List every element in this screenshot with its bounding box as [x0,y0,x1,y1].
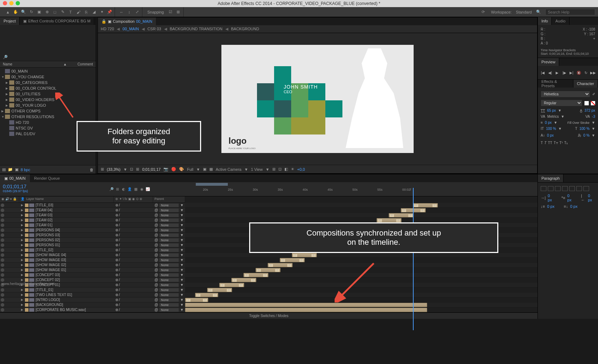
pickwhip-icon[interactable]: @ [154,278,158,282]
pickwhip-icon[interactable]: @ [154,208,158,212]
parent-dropdown[interactable]: None [159,228,179,232]
composition-tab[interactable]: 🔒 ▣ Composition 00_MAIN [98,17,156,25]
pickwhip-icon[interactable]: @ [154,203,158,207]
switch-collapse-icon[interactable]: / [119,263,120,267]
switch-shy-icon[interactable]: ⊛ [115,288,118,292]
parent-dropdown[interactable]: None [159,258,179,262]
subscript-icon[interactable]: T₁ [564,141,568,145]
layer-color-icon[interactable] [25,308,28,312]
space-before-value[interactable]: 0 px [547,204,555,209]
switch-collapse-icon[interactable]: / [119,303,120,307]
channel-icon[interactable]: 🔴 [171,167,176,172]
pickwhip-icon[interactable]: @ [154,243,158,247]
layer-expand-icon[interactable]: ▶ [19,223,25,227]
clone-tool-icon[interactable]: ⎘ [83,9,90,16]
snapshot-icon[interactable]: 📷 [163,167,168,172]
axis-x-icon[interactable]: ↔ [118,9,125,16]
smallcaps-icon[interactable]: Tᴛ [554,141,558,145]
switch-shy-icon[interactable]: ⊛ [115,233,118,237]
camera-tool-icon[interactable]: ▣ [36,9,43,16]
switch-collapse-icon[interactable]: / [119,278,120,282]
parent-dropdown[interactable]: None [159,278,179,282]
parent-dropdown[interactable]: None [159,204,179,207]
switch-collapse-icon[interactable]: / [119,223,120,227]
tree-item[interactable]: ▶00_UTILITIES [0,91,96,97]
switch-shy-icon[interactable]: ⊛ [115,298,118,302]
switch-collapse-icon[interactable]: / [119,238,120,242]
layer-name[interactable]: [PERSONS 04] [35,228,114,232]
stroke-value[interactable]: 0 px [545,121,552,125]
timeline-clip[interactable]: 00 [413,203,438,207]
tree-toggle-icon[interactable]: ▶ [6,93,9,96]
visibility-icon[interactable] [1,278,4,282]
layer-expand-icon[interactable]: ▶ [19,204,25,207]
align-left-icon[interactable] [541,186,546,191]
switch-shy-icon[interactable]: ⊛ [115,263,118,267]
switch-shy-icon[interactable]: ⊛ [115,203,118,207]
timeline-clip[interactable]: 00 [243,273,268,277]
track-row[interactable]: 00 [185,253,537,258]
pickwhip-icon[interactable]: @ [154,293,158,297]
parent-dropdown[interactable]: None [159,298,179,302]
transparency-icon[interactable]: ▦ [209,167,213,172]
layer-name[interactable]: [TITLE_03] [35,203,114,207]
switch-collapse-icon[interactable]: / [119,298,120,302]
tree-item[interactable]: ▶00_YOUR LOGO [0,102,96,108]
vscale-value[interactable]: 100 % [546,127,556,131]
switch-collapse-icon[interactable]: / [119,308,120,312]
timeline-clip[interactable] [185,303,427,307]
layer-color-icon[interactable] [25,253,28,257]
tree-toggle-icon[interactable]: ▼ [1,115,5,118]
layer-name-header[interactable]: Layer Name [26,197,44,201]
layer-name[interactable]: [TEAM 03] [35,213,114,217]
draft3d-icon[interactable]: ◐ [121,187,126,192]
mac-close[interactable] [3,1,7,5]
next-frame-icon[interactable]: |▶ [561,69,567,76]
timeline-clip[interactable]: 00 [268,263,293,267]
effects-presets-tab[interactable]: Effects & Presets [538,80,573,88]
pickwhip-icon[interactable]: @ [154,303,158,307]
parent-dropdown[interactable]: None [159,223,179,227]
visibility-icon[interactable] [1,218,4,222]
justify-right-icon[interactable] [576,186,582,191]
tree-item[interactable]: ▼00_YOU CHANGE [0,74,96,80]
character-tab[interactable]: Character [573,80,598,88]
paragraph-tab[interactable]: Paragraph [538,174,563,182]
zoom-level[interactable]: (33,3%) [107,167,121,172]
bpc-indicator[interactable]: 8 bpc [21,168,30,172]
layer-color-icon[interactable] [25,243,28,247]
view-opt3-icon[interactable]: ◧ [284,167,288,172]
visibility-icon[interactable] [1,293,4,297]
breadcrumb[interactable]: HD 720◀00_MAIN◀CSR 03◀BACKGROUND TRANSIT… [98,25,537,33]
switch-collapse-icon[interactable]: / [119,233,120,237]
switch-shy-icon[interactable]: ⊛ [115,253,118,257]
switch-shy-icon[interactable]: ⊛ [115,293,118,297]
font-family-dropdown[interactable]: Helvetica [541,91,590,97]
search-layers-icon[interactable]: 🔎 [109,187,114,192]
layer-expand-icon[interactable]: ▶ [19,288,25,291]
layer-expand-icon[interactable]: ▶ [19,238,25,242]
sync-icon[interactable]: ⟳ [479,9,487,16]
pickwhip-icon[interactable]: @ [154,288,158,292]
switch-collapse-icon[interactable]: / [119,253,120,257]
trash-icon[interactable]: 🗑 [90,168,94,172]
timeline-clip[interactable]: 00 [195,293,218,297]
project-tab[interactable]: Project [0,17,20,25]
selection-tool-icon[interactable]: ▲ [4,9,11,16]
tree-toggle-icon[interactable]: ▶ [6,87,9,90]
roto-tool-icon[interactable]: ✦ [98,9,105,16]
pickwhip-icon[interactable]: @ [154,253,158,257]
breadcrumb-item[interactable]: BACKGROUND TRANSITION [170,27,222,31]
layer-expand-icon[interactable]: ▶ [19,278,25,281]
timeline-clip[interactable]: 00 [292,253,317,257]
shy-icon[interactable]: 👤 [127,187,132,192]
baseline-value[interactable]: 0 px [547,133,554,137]
layer-row[interactable]: ▶ [CONCEPT 03] ⊛ / @None▼ [0,273,185,278]
visibility-icon[interactable] [1,204,4,207]
eraser-tool-icon[interactable]: ◢ [90,9,98,16]
parent-dropdown[interactable]: None [159,283,179,287]
bold-icon[interactable]: T [541,141,543,145]
layer-expand-icon[interactable]: ▶ [19,263,25,267]
col-name-header[interactable]: Name [3,62,63,66]
pickwhip-icon[interactable]: @ [154,268,158,272]
